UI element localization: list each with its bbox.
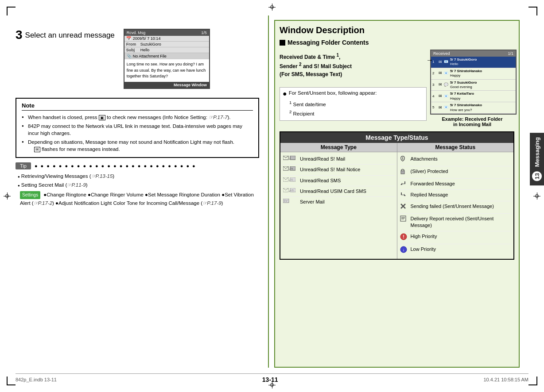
settings-badge: Settings <box>20 191 40 199</box>
phone-date-row: 📅 2009/5/ 7 10:14 <box>124 36 209 42</box>
rcvd-row-3: 3 ✉ 💬 5/ 7 SuzukiGoro Good evening <box>431 80 516 91</box>
phone-msg-body: Long time no see. How are you doing? I a… <box>124 59 209 82</box>
reg-mark-left <box>4 192 11 200</box>
status-label-replied: Replied Message <box>411 192 448 198</box>
phone-subj-label: Subj <box>126 48 139 52</box>
status-row-failed: Sending failed (Sent/Unsent Message) <box>399 201 512 214</box>
phone-date: 2009/5/ 7 10:14 <box>133 36 161 41</box>
rcvd-row-4: 4 ✉ 📧 5/ 7 KeitaiTaro Happy <box>431 91 516 102</box>
svg-rect-4 <box>290 156 295 160</box>
tip-label: Tip <box>16 162 31 169</box>
left-column: 3 Select an unread message Rcvd. Msg 1/5… <box>16 15 268 368</box>
status-row-forwarded: Forwarded Message <box>399 179 512 190</box>
status-label-attachments: Attachments <box>411 156 438 162</box>
status-label-failed: Sending failed (Sent/Unsent Message) <box>411 203 494 210</box>
type-icon-3: /S <box>283 177 297 184</box>
type-icon-1: / <box>283 156 297 162</box>
status-label-delivery: Delivery Report received (Sent/Unsent Me… <box>411 215 511 229</box>
rcvd-row-1: 1 ✉ 📧 5/ 7 SuzukiGoro Hello <box>431 57 516 68</box>
bottom-timestamp: 10.4.21 10:58:15 AM <box>483 377 528 382</box>
failed-icon <box>400 203 408 211</box>
phone-screenshot: Rcvd. Msg 1/5 📅 2009/5/ 7 10:14 From Suz… <box>124 29 210 89</box>
type-label-1: Unread/Read S! Mail <box>300 156 345 162</box>
received-folder-screenshot: Received 1/1 1 ✉ 📧 5/ 7 SuzukiGoro Hello <box>430 50 517 115</box>
chapter-number: 13 <box>532 171 542 181</box>
status-label-low-priority: Low Priority <box>411 246 436 253</box>
msg-status-col: Message Status Attachments <box>397 143 514 259</box>
msg-type-status-title: Message Type/Status <box>280 132 513 143</box>
tip-item-2: Setting Secret Mail (☞P.11-9) <box>18 181 259 189</box>
high-priority-icon: ! <box>400 233 408 242</box>
sent-unsent-box: ● For Sent/Unsent box, following appear:… <box>280 87 427 121</box>
reg-mark-top <box>268 4 276 11</box>
bottom-bar: 842p_E.indb 13-11 13-11 10.4.21 10:58:15… <box>16 373 528 383</box>
phone-from-row: From SuzukiGoro <box>124 42 209 47</box>
tip-settings-row: Settings ●Change Ringtone ●Change Ringer… <box>18 190 259 208</box>
lock-icon <box>400 168 408 177</box>
status-row-low-priority: ↓ Low Priority <box>399 244 512 257</box>
svg-line-18 <box>283 188 286 190</box>
sent-item-1: 1 Sent date/time <box>289 99 424 108</box>
svg-rect-26 <box>401 171 404 174</box>
phone-subj-value: Hello <box>140 48 150 52</box>
status-label-forwarded: Forwarded Message <box>411 181 455 187</box>
phone-subj-row: Subj Hello <box>124 47 209 53</box>
svg-line-2 <box>286 156 288 158</box>
sent-unsent-label: For Sent/Unsent box, following appear: <box>289 90 377 96</box>
phone-footer: Message Window <box>124 82 209 88</box>
phone-from-label: From <box>126 42 139 46</box>
reply-icon <box>400 192 408 199</box>
low-priority-icon: ↓ <box>400 246 408 255</box>
tip-item-1: Retrieving/Viewing Messages (☞P.13-15) <box>18 172 259 181</box>
type-label-2: Unread/Read S! Mail Notice <box>300 166 360 173</box>
type-icon-2: /N <box>283 166 297 173</box>
tip-items: Retrieving/Viewing Messages (☞P.13-15) S… <box>16 172 259 208</box>
step-number: 3 <box>16 29 23 41</box>
type-col-header: Message Type <box>280 143 397 152</box>
phone-status-bar: Rcvd. Msg 1/5 <box>124 30 209 36</box>
forward-icon <box>400 181 408 188</box>
rcvd-title-bar: Received 1/1 <box>431 50 516 57</box>
window-desc-title: Window Description <box>280 25 514 35</box>
type-row-3: /S Unread/Read SMS <box>282 176 395 186</box>
corner-mark-tr <box>528 7 537 15</box>
tip-settings-text: ●Change Ringtone ●Change Ringer Volume ●… <box>20 192 254 206</box>
bottom-file-info: 842p_E.indb 13-11 <box>16 377 57 382</box>
svg-line-19 <box>286 188 288 190</box>
status-label-protected: (Silver) Protected <box>411 168 448 175</box>
phone-title: Rcvd. Msg <box>127 31 146 35</box>
attach-icon <box>400 156 408 164</box>
rcvd-title: Received <box>433 51 450 56</box>
type-row-2: /N Unread/Read S! Mail Notice <box>282 165 395 175</box>
corner-mark-br <box>528 377 537 385</box>
msg-type-col: Message Type / Unread/Read S! Mail /N <box>280 143 397 259</box>
note-item-1: When handset is closed, press ▣ to check… <box>22 113 253 122</box>
section1-title: Messaging Folder Contents <box>288 39 369 46</box>
svg-text:S: S <box>291 178 293 181</box>
status-row-protected: (Silver) Protected <box>399 166 512 179</box>
step-instruction: Select an unread message <box>25 29 115 40</box>
rcvd-row-5: 5 ✉ 📧 5/ 7 ShiratoHanako How are you? <box>431 102 516 114</box>
phone-attach-row: 📎 No Attachment File <box>124 53 209 59</box>
type-row-1: / Unread/Read S! Mail <box>282 154 395 165</box>
status-label-high-priority: High Priority <box>411 233 437 240</box>
status-row-replied: Replied Message <box>399 190 512 201</box>
svg-line-13 <box>286 177 288 180</box>
status-rows: Attachments (Silver) Protected <box>397 152 514 259</box>
tip-box: Tip ● ● ● ● ● ● ● ● ● ● ● ● ● ● ● ● ● ● … <box>16 162 259 208</box>
note-list: When handset is closed, press ▣ to check… <box>22 113 253 154</box>
example-label: Example: Received Folderin Incoming Mail <box>430 116 514 127</box>
rcvd-count: 1/1 <box>508 51 513 56</box>
type-row-5: SV Server Mail <box>282 197 395 207</box>
svg-text:↓: ↓ <box>402 247 404 252</box>
type-rows: / Unread/Read S! Mail /N Unread/Read S! … <box>280 152 397 209</box>
sent-item-2: 2 Recipient <box>289 108 424 118</box>
svg-line-7 <box>286 166 288 169</box>
step3-section: 3 Select an unread message Rcvd. Msg 1/5… <box>16 29 259 89</box>
corner-mark-bl <box>7 377 16 385</box>
chapter-tab: 13 Messaging <box>530 133 544 185</box>
folder-label-area: Received Date & Time 1,Sender 2 and S! M… <box>280 50 427 81</box>
phone-info-rows: 📅 2009/5/ 7 10:14 From SuzukiGoro Subj H… <box>124 36 209 59</box>
note-box: Note When handset is closed, press ▣ to … <box>16 98 259 158</box>
status-col-header: Message Status <box>397 143 514 152</box>
